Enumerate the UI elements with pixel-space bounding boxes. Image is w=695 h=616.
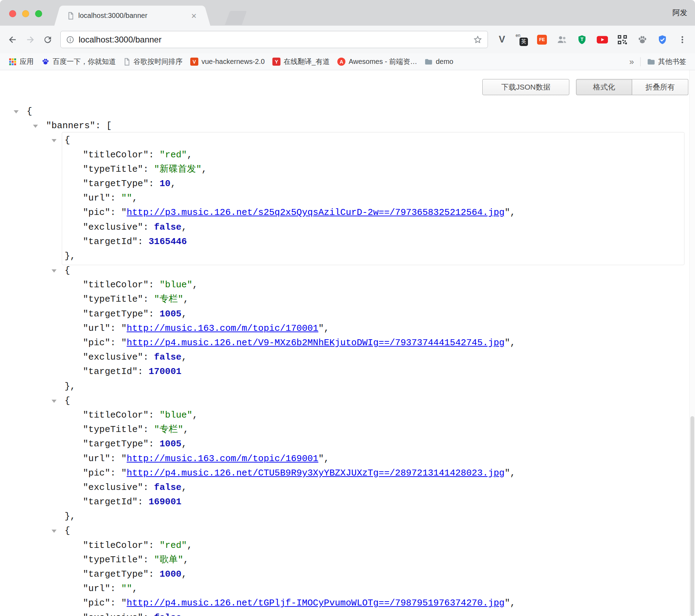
collapse-toggle-icon[interactable] bbox=[33, 125, 38, 128]
json-punct: : [ bbox=[95, 120, 112, 131]
bookmark-awesomes[interactable]: A Awesomes - 前端资… bbox=[333, 55, 421, 68]
json-string: "专栏" bbox=[154, 424, 183, 435]
bookmark-youdao-translate[interactable]: Y 在线翻译_有道 bbox=[269, 55, 333, 68]
bookmark-demo-folder[interactable]: demo bbox=[421, 55, 457, 68]
back-button[interactable] bbox=[5, 32, 20, 47]
baidu-paw-icon bbox=[41, 58, 49, 66]
json-punct: : bbox=[143, 222, 154, 232]
json-punct: " bbox=[121, 338, 127, 348]
collapse-toggle-icon[interactable] bbox=[52, 530, 57, 533]
json-punct: : bbox=[110, 207, 121, 218]
shield-t-extension-icon[interactable]: T bbox=[576, 33, 588, 46]
json-row: "url": "", bbox=[0, 582, 689, 596]
json-key: "url" bbox=[83, 323, 110, 334]
json-punct: : bbox=[138, 497, 148, 507]
json-row: "pic": "http://p4.music.126.net/V9-MXz6b… bbox=[0, 336, 689, 350]
json-key: "pic" bbox=[83, 598, 110, 608]
json-url-link[interactable]: http://p4.music.126.net/tGPljf-IMOCyPvum… bbox=[127, 598, 505, 608]
forward-button[interactable] bbox=[22, 32, 38, 47]
json-punct: , bbox=[132, 193, 138, 203]
json-punct: " bbox=[121, 207, 127, 218]
json-url-link[interactable]: http://music.163.com/m/topic/169001 bbox=[127, 453, 318, 464]
address-bar[interactable]: localhost:3000/banner bbox=[60, 31, 488, 48]
json-key: "pic" bbox=[83, 338, 110, 348]
youtube-extension-icon[interactable] bbox=[596, 33, 609, 46]
bookmark-google-sort[interactable]: 谷歌按时间排序 bbox=[120, 55, 186, 68]
json-boolean: false bbox=[154, 482, 181, 493]
format-button-group: 格式化 折叠所有 bbox=[576, 79, 688, 95]
json-row: { bbox=[0, 133, 689, 148]
paw-extension-icon[interactable] bbox=[636, 33, 649, 46]
collapse-toggle-icon[interactable] bbox=[52, 139, 57, 142]
json-row: }, bbox=[0, 509, 689, 524]
json-url-link[interactable]: http://music.163.com/m/topic/170001 bbox=[127, 323, 318, 334]
url-path: /banner bbox=[133, 35, 161, 44]
json-row: "typeTitle": "专栏", bbox=[0, 422, 689, 437]
star-icon bbox=[473, 35, 482, 44]
json-number: 1005 bbox=[159, 439, 181, 449]
collapse-all-button[interactable]: 折叠所有 bbox=[632, 79, 688, 95]
tab-title: localhost:3000/banner bbox=[78, 12, 186, 20]
close-window-button[interactable] bbox=[9, 10, 16, 17]
json-punct: : bbox=[143, 164, 154, 175]
collapse-toggle-icon[interactable] bbox=[52, 400, 57, 403]
json-punct: , bbox=[132, 583, 138, 594]
browser-tab[interactable]: localhost:3000/banner × bbox=[62, 6, 202, 26]
browser-menu-button[interactable] bbox=[676, 33, 689, 46]
json-row: "targetType": 1005, bbox=[0, 437, 689, 451]
json-punct: { bbox=[27, 106, 32, 117]
json-row: }, bbox=[0, 249, 689, 263]
json-punct: { bbox=[65, 265, 70, 276]
json-punct: " bbox=[121, 468, 127, 478]
reload-icon bbox=[43, 35, 53, 45]
format-button[interactable]: 格式化 bbox=[576, 79, 632, 95]
json-row: "targetType": 1005, bbox=[0, 307, 689, 321]
json-row: "titleColor": "blue", bbox=[0, 408, 689, 422]
minimize-window-button[interactable] bbox=[22, 10, 29, 17]
page-info-icon[interactable] bbox=[66, 35, 74, 44]
tab-close-icon[interactable]: × bbox=[191, 11, 197, 20]
download-json-button[interactable]: 下载JSON数据 bbox=[482, 79, 569, 95]
collapse-toggle-icon[interactable] bbox=[14, 110, 19, 113]
json-punct: " bbox=[504, 207, 510, 218]
json-punct: : bbox=[148, 309, 159, 319]
json-boolean: false bbox=[154, 352, 181, 362]
json-key: "url" bbox=[83, 453, 110, 464]
json-url-link[interactable]: http://p4.music.126.net/V9-MXz6b2MNhEKju… bbox=[127, 338, 505, 348]
json-boolean: false bbox=[154, 222, 181, 232]
translate-extension-icon[interactable]: en 英 bbox=[516, 33, 528, 46]
json-key: "titleColor" bbox=[83, 540, 148, 551]
vimium-extension-icon[interactable]: V bbox=[496, 33, 508, 46]
json-string: "red" bbox=[159, 150, 187, 160]
scrollbar-track[interactable] bbox=[689, 70, 695, 616]
bookmark-star-button[interactable] bbox=[473, 35, 482, 44]
json-punct: , bbox=[187, 150, 192, 160]
fe-extension-icon[interactable]: FE bbox=[536, 33, 548, 46]
new-tab-button[interactable] bbox=[225, 11, 247, 25]
json-url-link[interactable]: http://p4.music.126.net/CTU5B9R9y3XyYBZX… bbox=[127, 468, 505, 478]
json-row: "exclusive": false, bbox=[0, 350, 689, 365]
other-bookmarks-folder[interactable]: 其他书签 bbox=[643, 55, 690, 68]
collapse-toggle-icon[interactable] bbox=[52, 269, 57, 273]
awesomes-icon: A bbox=[337, 58, 345, 66]
json-punct: : bbox=[148, 178, 159, 189]
profile-name[interactable]: 阿发 bbox=[673, 8, 687, 18]
json-url-link[interactable]: http://p3.music.126.net/s25q2x5QyqsAzilC… bbox=[127, 207, 505, 218]
json-row: "targetType": 10, bbox=[0, 177, 689, 191]
json-row: "exclusive": false bbox=[0, 611, 689, 616]
fullscreen-window-button[interactable] bbox=[35, 10, 42, 17]
json-punct: , bbox=[181, 222, 187, 232]
json-punct: : bbox=[143, 482, 154, 493]
users-extension-icon[interactable] bbox=[556, 33, 568, 46]
scrollbar-thumb[interactable] bbox=[690, 416, 694, 616]
bookmarks-overflow-chevron[interactable]: » bbox=[626, 57, 637, 67]
json-key: "titleColor" bbox=[83, 410, 148, 420]
bookmark-baidu[interactable]: 百度一下，你就知道 bbox=[38, 55, 120, 68]
bookmark-apps[interactable]: 应用 bbox=[5, 55, 38, 68]
qrcode-extension-icon[interactable] bbox=[616, 33, 629, 46]
reload-button[interactable] bbox=[40, 32, 55, 47]
bookmarks-divider bbox=[640, 57, 641, 66]
shield-check-extension-icon[interactable] bbox=[656, 33, 669, 46]
bookmark-vue-hackernews[interactable]: V vue-hackernews-2.0 bbox=[186, 55, 269, 68]
json-row: "url": "http://music.163.com/m/topic/169… bbox=[0, 452, 689, 466]
